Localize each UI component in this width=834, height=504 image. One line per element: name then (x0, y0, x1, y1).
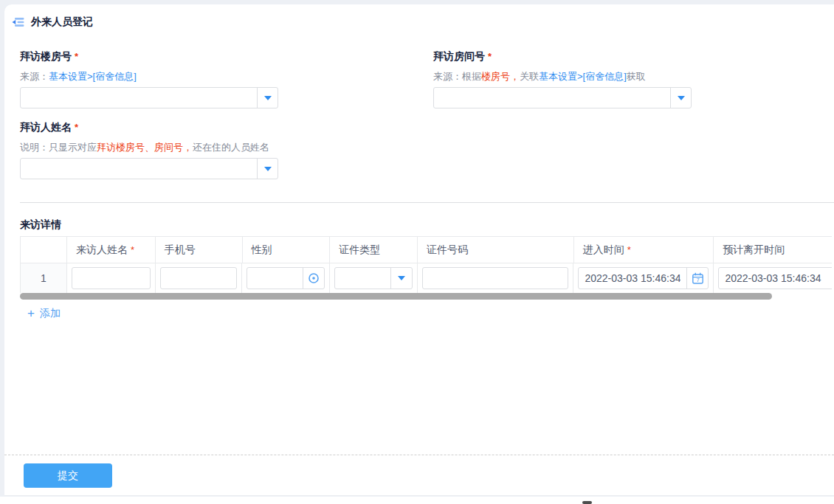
visitor-name-input[interactable] (72, 267, 151, 289)
id-type-cell (330, 263, 418, 293)
scrollbar-thumb[interactable] (20, 293, 772, 300)
enter-time-picker[interactable]: 7 (578, 267, 709, 289)
gender-input[interactable] (247, 268, 303, 289)
section-divider (20, 202, 834, 203)
page-horizontal-scrollbar[interactable] (582, 501, 592, 504)
page-title: 外来人员登记 (31, 15, 93, 29)
room-select-value (434, 88, 670, 108)
table-horizontal-scrollbar[interactable] (20, 293, 832, 300)
col-header-gender: 性别 (243, 237, 331, 263)
col-header-id-type: 证件类型 (330, 237, 418, 263)
enter-time-input[interactable] (579, 268, 686, 289)
chevron-down-icon[interactable] (670, 88, 691, 108)
id-type-select-value (335, 268, 390, 289)
plus-icon[interactable]: + (27, 308, 35, 320)
building-source-link[interactable]: 基本设置>[宿舍信息] (49, 71, 137, 82)
row-index-cell: 1 (21, 263, 67, 293)
id-number-cell (418, 263, 573, 293)
visitee-select-value (21, 159, 257, 179)
leave-time-cell (714, 263, 832, 293)
field-visitee: 拜访人姓名* 说明：只显示对应拜访楼房号、房间号，还在住的人员姓名 (20, 121, 278, 179)
room-source-link[interactable]: 基本设置>[宿舍信息] (539, 71, 627, 82)
field-room: 拜访房间号* 来源：根据楼房号，关联基本设置>[宿舍信息]获取 (433, 50, 692, 108)
back-to-list-icon[interactable] (12, 16, 24, 28)
bottom-strip (0, 497, 834, 504)
col-header-id-number: 证件号码 (418, 237, 574, 263)
building-label: 拜访楼房号* (20, 50, 278, 63)
required-asterisk: * (488, 51, 492, 62)
room-hint: 来源：根据楼房号，关联基本设置>[宿舍信息]获取 (433, 72, 692, 82)
col-header-index (21, 237, 67, 263)
required-asterisk: * (75, 122, 78, 133)
room-label: 拜访房间号* (433, 50, 692, 63)
visitee-hint: 说明：只显示对应拜访楼房号、房间号，还在住的人员姓名 (20, 142, 278, 153)
visitee-select[interactable] (20, 158, 278, 179)
footer-divider (4, 455, 834, 455)
details-section-title: 来访详情 (20, 218, 61, 232)
col-header-enter-time: 进入时间* (574, 237, 714, 263)
visitor-name-cell (67, 263, 156, 293)
building-hint: 来源：基本设置>[宿舍信息] (20, 72, 278, 82)
radio-circle-icon[interactable] (303, 268, 324, 289)
svg-text:7: 7 (696, 277, 699, 283)
field-building: 拜访楼房号* 来源：基本设置>[宿舍信息] (20, 50, 278, 108)
content-card: 外来人员登记 拜访楼房号* 来源：基本设置>[宿舍信息] 拜访房间号* 来源：根… (4, 4, 834, 496)
phone-input[interactable] (160, 267, 238, 289)
chevron-down-icon[interactable] (390, 268, 412, 289)
page: 外来人员登记 拜访楼房号* 来源：基本设置>[宿舍信息] 拜访房间号* 来源：根… (0, 0, 834, 504)
add-row-button[interactable]: + 添加 (27, 307, 61, 320)
room-select[interactable] (433, 87, 692, 108)
submit-button[interactable]: 提交 (24, 463, 112, 488)
leave-time-input[interactable] (718, 267, 832, 289)
building-select-value (21, 88, 257, 108)
enter-time-cell: 7 (573, 263, 714, 293)
chevron-down-icon[interactable] (257, 88, 278, 108)
col-header-visitor-name: 来访人姓名* (67, 237, 156, 263)
add-row-label: 添加 (40, 307, 61, 320)
required-asterisk: * (75, 51, 78, 62)
page-header: 外来人员登记 (12, 15, 93, 29)
building-select[interactable] (20, 87, 278, 108)
col-header-phone: 手机号 (156, 237, 243, 263)
calendar-icon[interactable]: 7 (686, 268, 708, 289)
chevron-down-icon[interactable] (257, 159, 278, 179)
required-asterisk: * (627, 244, 631, 255)
gender-cell (242, 263, 330, 293)
table-row: 1 (21, 263, 832, 293)
id-type-select[interactable] (334, 267, 413, 289)
gender-picker[interactable] (247, 267, 325, 289)
col-header-leave-time: 预计离开时间 (714, 237, 832, 263)
visitor-details-table: 来访人姓名* 手机号 性别 证件类型 证件号码 进入时间* 预计离开时间 1 (20, 236, 832, 294)
visitee-label: 拜访人姓名* (20, 121, 278, 134)
required-asterisk: * (131, 244, 134, 255)
table-header-row: 来访人姓名* 手机号 性别 证件类型 证件号码 进入时间* 预计离开时间 (21, 237, 832, 263)
id-number-input[interactable] (422, 267, 568, 289)
phone-cell (156, 263, 243, 293)
